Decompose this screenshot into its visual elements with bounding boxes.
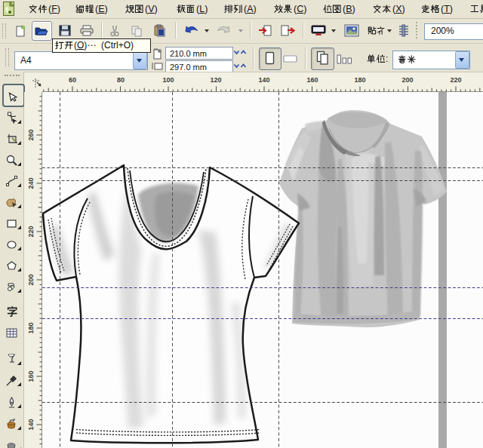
svg-text:240: 240 — [27, 177, 35, 189]
svg-text:220: 220 — [27, 226, 35, 237]
svg-text:140: 140 — [258, 76, 269, 84]
svg-text:100: 100 — [162, 76, 174, 84]
svg-text:120: 120 — [210, 76, 221, 84]
svg-text:80: 80 — [117, 76, 125, 84]
svg-text:160: 160 — [27, 370, 35, 382]
svg-text:180: 180 — [27, 322, 35, 333]
svg-text:220: 220 — [450, 76, 461, 84]
svg-text:160: 160 — [306, 76, 318, 84]
svg-text:140: 140 — [27, 419, 35, 430]
svg-text:200: 200 — [401, 76, 413, 84]
svg-text:180: 180 — [354, 76, 365, 84]
svg-text:260: 260 — [27, 129, 35, 140]
svg-text:200: 200 — [27, 274, 35, 285]
svg-text:60: 60 — [69, 76, 76, 84]
